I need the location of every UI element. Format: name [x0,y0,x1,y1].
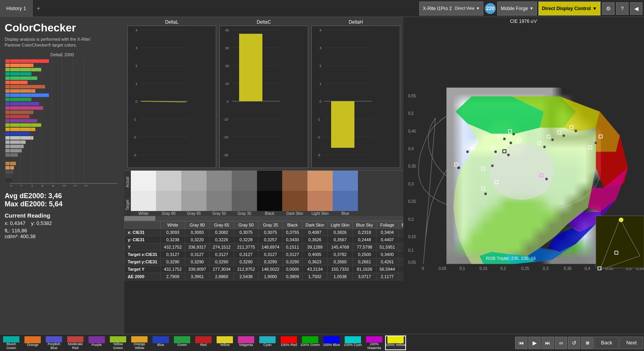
svg-text:RGB Triplet: 235, 235, 16: RGB Triplet: 235, 235, 16 [486,256,536,261]
table-cell: 0,2530 [398,258,403,266]
table-cell: 0,4087 [302,229,328,236]
svg-text:4: 4 [135,28,137,32]
table-cell: 81,1626 [353,266,376,273]
step-forward-button[interactable]: ⏭ [542,337,554,349]
color-swatch-button[interactable]: Cyan [257,335,278,350]
swatch-white[interactable]: White [131,171,156,216]
svg-rect-50 [5,81,10,84]
color-swatch-button[interactable]: 100% Blue [321,335,342,350]
color-swatch-button[interactable]: Purple [86,335,107,350]
color-swatch-button[interactable]: Purplish Blue [43,335,64,350]
color-swatch-button[interactable]: Moderate Red [65,335,86,350]
swatch-darkskin[interactable]: Dark Skin [282,171,307,216]
color-swatch-button[interactable]: 100% Magenta [364,335,385,350]
colorchecker-desc: Display analysis is performed with the X… [5,36,120,48]
direct-display-button[interactable]: Direct Display Control ▼ [538,2,601,16]
checkerboard-button[interactable]: ▦ [581,337,594,349]
swatch-gray65[interactable]: Gray 65 [181,171,207,216]
gray80-name: Gray 80 [156,211,181,216]
svg-rect-14 [10,119,37,123]
next-button[interactable]: Next [620,337,643,349]
swatch-gray50[interactable]: Gray 50 [207,171,232,216]
swatch-gray80[interactable]: Gray 80 [156,171,181,216]
color-label: Yellow [215,343,235,347]
table-cell: 2,1177 [376,273,398,280]
table-cell: 0,3127 [234,251,258,258]
color-swatch-button[interactable]: 100% Red [278,335,299,350]
back-button[interactable]: Back [594,337,619,349]
delta-l-area: 4 3 2 1 0 -1 -2 -3 -4 [127,26,216,168]
play-button[interactable]: ▶ [528,337,541,349]
swatch-scrollbar[interactable] [124,216,403,221]
left-panel: ColorChecker Display analysis is perform… [0,17,124,334]
color-label: Orange Yellow [129,342,149,349]
color-swatch-button[interactable]: 100% Cyan [342,335,363,350]
swatch-blue[interactable]: Blue [333,171,358,216]
expand-button[interactable]: ◀ [630,2,642,15]
table-cell: 43,3134 [302,266,328,273]
svg-rect-49 [5,76,10,80]
delta-h-area: 4 3 2 1 0 -1 -2 -3 -4 [311,26,400,168]
svg-rect-17 [10,132,30,135]
color-swatch-button[interactable]: Blue [150,335,171,350]
refresh-button[interactable]: ↺ [568,337,580,349]
swatch-scrollbar-thumb[interactable] [124,216,155,221]
settings-button[interactable]: ⚙ [602,2,614,15]
svg-text:20: 20 [225,64,229,68]
svg-rect-8 [10,93,49,97]
color-label: 100% Green [300,343,320,347]
color-swatch-button[interactable]: Orange Yellow [129,335,150,350]
color-swatch-button[interactable]: Orange [22,335,43,350]
swatch-row-labels: Actual Target [124,171,131,216]
svg-text:10: 10 [225,82,229,86]
table-cell: 0,2527 [398,229,403,236]
svg-text:2: 2 [20,184,22,187]
color-swatch-button[interactable]: Yellow Green [108,335,128,350]
deltae-label: DeltaE 2000 [5,52,120,57]
gray65-target [181,191,207,211]
table-cell: 1,7502 [302,273,328,280]
device1-selector[interactable]: X-Rite i1Pro 2 Direct View ▼ [419,2,483,16]
color-block [67,336,83,342]
color-swatch-button[interactable]: Green [172,335,193,350]
table-header-blueflower: Blue Flower [398,221,403,229]
swatch-black[interactable]: Black [257,171,282,216]
device2-dropdown-arrow: ▼ [529,6,533,10]
svg-text:30: 30 [225,46,229,50]
color-swatch-button[interactable]: 100% Yellow [385,335,406,350]
table-cell: 0,3560 [328,258,353,266]
color-swatch-button[interactable]: Bluish Green [1,335,22,350]
infinity-button[interactable]: ∞ [555,337,567,349]
table-cell: 56,5944 [376,266,398,273]
add-tab-button[interactable]: + [33,0,44,17]
table-cell: 0,3782 [328,251,353,258]
color-swatch-button[interactable]: Yellow [214,335,235,350]
table-header-foliage: Foliage [376,221,398,229]
color-label: Cyan [257,343,278,347]
target-label: Target [124,194,131,216]
white-target [131,191,156,211]
svg-text:14: 14 [84,184,88,187]
table-header-gray50: Gray 50 [234,221,258,229]
swatch-lightskin[interactable]: Light Skin [307,171,333,216]
table-cell: 77,5798 [353,244,376,251]
color-swatch-button[interactable]: 100% Green [300,335,321,350]
badge-220: 220 [485,3,496,14]
gray35-name: Gray 35 [232,211,257,216]
svg-point-182 [484,193,487,195]
help-button[interactable]: ? [616,2,628,15]
gray35-target [232,191,257,211]
swatch-gray35[interactable]: Gray 35 [232,171,257,216]
color-label: 100% Cyan [343,343,363,347]
device2-selector[interactable]: Mobile Forge ▼ [497,2,537,16]
table-cell: 0,3127 [258,251,283,258]
svg-rect-18 [10,136,33,140]
table-cell: 0,3755 [283,229,302,236]
history-tab[interactable]: History 1 [0,0,33,17]
svg-text:-2: -2 [317,135,320,139]
table-cell: 0,3238 [161,236,185,244]
color-swatch-button[interactable]: Red [193,335,214,350]
rewind-button[interactable]: ⏮ [515,337,528,349]
lightskin-name: Light Skin [307,211,333,216]
color-swatch-button[interactable]: Magenta [236,335,257,350]
